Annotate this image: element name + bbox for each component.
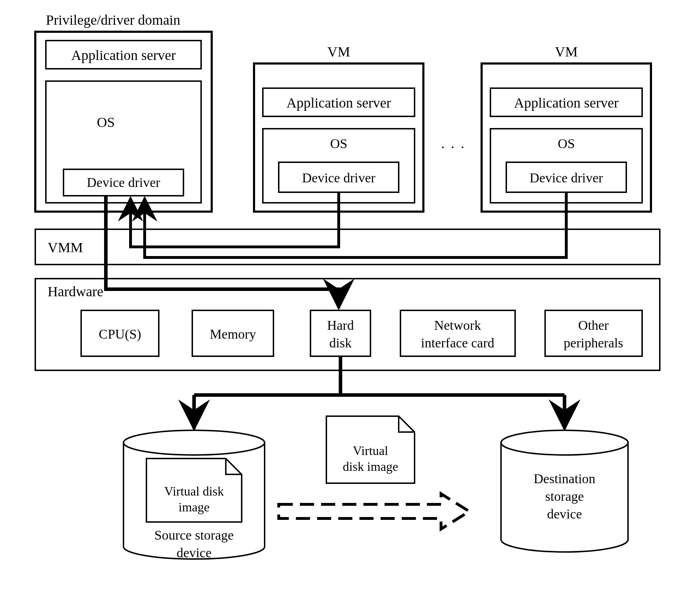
privilege-appserver-label: Application server	[71, 47, 176, 63]
privilege-os-label: OS	[97, 114, 115, 130]
hardware-title: Hardware	[48, 284, 103, 299]
memory-label: Memory	[210, 327, 256, 341]
migration-arrow	[279, 494, 469, 529]
source-storage: Virtual disk image Source storage device	[123, 430, 265, 560]
vm1-os-label: OS	[330, 136, 348, 151]
source-vdi-line2: image	[179, 500, 210, 514]
nic-label2: interface card	[421, 335, 494, 350]
nic-label1: Network	[434, 318, 481, 333]
vm-ellipsis: . . .	[441, 135, 466, 151]
source-label1: Source storage	[155, 528, 234, 542]
architecture-diagram: Privilege/driver domain Application serv…	[0, 0, 700, 589]
vm2-dd-label: Device driver	[530, 170, 603, 185]
middle-vdi-line1: Virtual	[353, 444, 388, 458]
vm1-appserver-label: Application server	[286, 95, 391, 111]
destination-storage: Destination storage device	[501, 430, 628, 552]
source-vdi-file-icon: Virtual disk image	[146, 459, 242, 522]
middle-vdi-file-icon: Virtual disk image	[326, 416, 415, 483]
vm2-os-label: OS	[558, 136, 575, 151]
harddisk-label2: disk	[329, 335, 351, 350]
harddisk-label1: Hard	[327, 318, 354, 333]
svg-point-0	[123, 430, 265, 455]
middle-vdi-line2: disk image	[343, 460, 398, 474]
vm1-title: VM	[327, 44, 350, 60]
source-label2: device	[176, 545, 211, 560]
privilege-dd-label: Device driver	[87, 175, 160, 190]
vm2-title: VM	[555, 44, 578, 60]
vm2-appserver-label: Application server	[514, 95, 619, 111]
vm1-dd-label: Device driver	[302, 170, 375, 185]
source-vdi-line1: Virtual disk	[164, 484, 224, 498]
cpu-label: CPU(S)	[99, 327, 141, 342]
other-label2: peripherals	[564, 335, 623, 350]
arrow-vm1-to-privilege	[131, 192, 339, 247]
dest-label2: storage	[545, 489, 584, 504]
vmm-label: VMM	[48, 239, 83, 255]
dest-label3: device	[547, 506, 582, 521]
dest-label1: Destination	[533, 471, 595, 486]
svg-point-1	[501, 430, 628, 455]
other-label1: Other	[578, 318, 609, 333]
privilege-title: Privilege/driver domain	[46, 12, 180, 28]
